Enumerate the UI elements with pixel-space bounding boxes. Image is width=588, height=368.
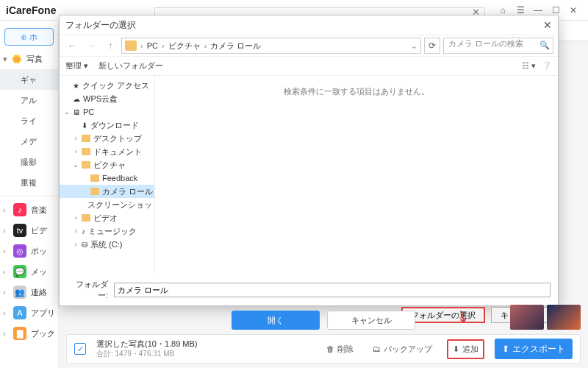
folder-icon [82, 214, 90, 222]
select-all-checkbox[interactable]: ✓ [74, 343, 86, 355]
folder-icon [82, 161, 90, 169]
nav-back-icon[interactable]: ← [64, 38, 80, 54]
chevron-right-icon: › [3, 226, 9, 235]
dialog-nav: ← → ↑ ›PC ›ピクチャ ›カメラ ロール ⌄ ⟳ カメラ ロールの検索 … [60, 35, 558, 57]
folder-icon [82, 148, 90, 155]
close-app-icon[interactable]: ✕ [564, 3, 582, 18]
sidebar-item[interactable]: メデ [0, 131, 58, 152]
tree-item[interactable]: ›ドキュメント [60, 145, 154, 158]
export-button[interactable]: ⬆エクスポート [495, 339, 573, 359]
chevron-right-icon: › [3, 205, 9, 214]
pc-icon: 🖥 [73, 108, 80, 116]
export-icon: ⬆ [502, 344, 509, 354]
tree-item[interactable]: ›デスクトップ [60, 132, 154, 145]
app-name: iCareFone [6, 4, 56, 16]
tree-item[interactable]: カメラ ロール [60, 185, 154, 198]
breadcrumb[interactable]: ›PC ›ピクチャ ›カメラ ロール ⌄ [121, 38, 421, 54]
twist-icon: › [73, 214, 79, 222]
thumbnail[interactable] [547, 305, 581, 330]
folder-field-label: フォルダー: [67, 279, 108, 301]
status-bar: ✓ 選択した写真(10・1.89 MB) 合計: 1479・476.31 MB … [66, 334, 581, 364]
bottom-area: 開く キャンセル ✓ 選択した写真(10・1.89 MB) 合計: 1479・4… [66, 311, 581, 364]
twist-icon: ⌄ [64, 108, 70, 116]
sidebar-category[interactable]: ›Aアプリ [0, 302, 58, 323]
category-icon: ▇ [13, 327, 26, 340]
trash-icon: 🗑 [326, 344, 334, 353]
thumbnail[interactable] [510, 305, 544, 330]
folder-icon [125, 40, 137, 51]
chevron-right-icon: › [3, 288, 9, 297]
folder-icon [90, 188, 99, 195]
behind-buttons: 開く キャンセル [66, 311, 581, 330]
twist-icon: › [73, 227, 79, 235]
new-folder-button[interactable]: 新しいフォルダー [98, 60, 163, 71]
twist-icon: ⌄ [73, 161, 79, 169]
sidebar-category[interactable]: ›tvビデ [0, 220, 58, 241]
backup-icon: 🗂 [373, 344, 381, 353]
drv-icon: ⛁ [82, 241, 87, 249]
chevron-down-icon[interactable]: ⌄ [411, 41, 417, 51]
open-button[interactable]: 開く [232, 311, 320, 330]
dialog-close-icon[interactable]: ✕ [543, 19, 552, 31]
chevron-right-icon: › [3, 329, 9, 338]
photos-icon: 🌼 [12, 54, 22, 64]
behind-cancel-button[interactable]: キャンセル [327, 311, 415, 330]
selection-info: 選択した写真(10・1.89 MB) 合計: 1479・476.31 MB [96, 339, 312, 358]
backup-button[interactable]: 🗂バックアップ [368, 341, 437, 358]
sidebar-item[interactable]: 重複 [0, 172, 58, 193]
search-input[interactable]: カメラ ロールの検索 🔍 [443, 38, 553, 54]
tree-item[interactable]: ›ビデオ [60, 211, 154, 224]
sidebar: ⊕ ホ ▾ 🌼 写真 ギャアルライメデ撮影重複 ›♪音楽›tvビデ›◎ポッ›💬メ… [0, 21, 59, 368]
organize-menu[interactable]: 整理 ▾ [65, 60, 88, 71]
category-icon: 👥 [13, 286, 26, 299]
add-button[interactable]: ⊕ ホ [4, 28, 54, 46]
sidebar-item[interactable]: アル [0, 90, 58, 110]
dialog-title: フォルダーの選択 [65, 19, 136, 32]
nav-up-icon[interactable]: ↑ [102, 38, 118, 54]
folder-dialog: フォルダーの選択 ✕ ← → ↑ ›PC ›ピクチャ ›カメラ ロール ⌄ ⟳ … [59, 15, 559, 306]
category-icon: A [13, 306, 26, 319]
tree-item[interactable]: ⌄🖥PC [60, 105, 154, 118]
mus-icon: ♪ [82, 227, 85, 236]
help-icon[interactable]: ❔ [542, 61, 552, 71]
dialog-header: フォルダーの選択 ✕ [60, 15, 558, 35]
import-icon: ⬇ [453, 344, 459, 354]
star-icon: ★ [73, 82, 79, 90]
tree-item[interactable]: ★クイック アクセス [60, 79, 154, 92]
sidebar-item[interactable]: ギャ [0, 69, 58, 90]
twist-icon: › [73, 241, 79, 248]
delete-button[interactable]: 🗑削除 [322, 341, 358, 358]
refresh-icon[interactable]: ⟳ [424, 38, 440, 54]
tree-item[interactable]: スクリーンショット [60, 198, 154, 211]
sidebar-category[interactable]: ›◎ポッ [0, 241, 58, 261]
folder-name-input[interactable] [114, 283, 551, 297]
view-options-icon[interactable]: ☷ ▾ [522, 61, 536, 71]
tree-item[interactable]: ⬇ダウンロード [60, 118, 154, 132]
empty-message: 検索条件に一致する項目はありません。 [284, 86, 429, 97]
tree-item[interactable]: ›♪ミュージック [60, 224, 154, 238]
tree-item[interactable]: Feedback [60, 171, 154, 185]
thumbnails [510, 305, 581, 330]
twist-icon: › [73, 135, 79, 142]
tree-item[interactable]: ☁WPS云盘 [60, 92, 154, 105]
chevron-right-icon: › [3, 247, 9, 255]
sidebar-item[interactable]: 撮影 [0, 152, 58, 172]
sidebar-section-photos[interactable]: ▾ 🌼 写真 [0, 49, 58, 69]
chevron-down-icon: ▾ [3, 54, 7, 64]
sidebar-category[interactable]: ›💬メッ [0, 261, 58, 282]
nav-forward-icon[interactable]: → [83, 38, 99, 54]
twist-icon: › [73, 148, 79, 155]
dialog-toolbar: 整理 ▾ 新しいフォルダー ☷ ▾ ❔ [60, 57, 558, 76]
tree-item[interactable]: ›⛁系统 (C:) [60, 238, 154, 251]
folder-icon [90, 174, 99, 182]
tree-item[interactable]: ⌄ピクチャ [60, 158, 154, 171]
category-icon: ♪ [13, 203, 26, 216]
folder-icon [82, 135, 90, 142]
folder-contents: 検索条件に一致する項目はありません。 [155, 76, 558, 275]
add-button-bottom[interactable]: ⬇追加 [447, 339, 484, 359]
category-icon: tv [13, 224, 26, 237]
sidebar-category[interactable]: ›♪音楽 [0, 199, 58, 220]
sidebar-item[interactable]: ライ [0, 110, 58, 131]
sidebar-category[interactable]: ›▇ブック [0, 323, 58, 344]
sidebar-category[interactable]: ›👥連絡 [0, 282, 58, 302]
